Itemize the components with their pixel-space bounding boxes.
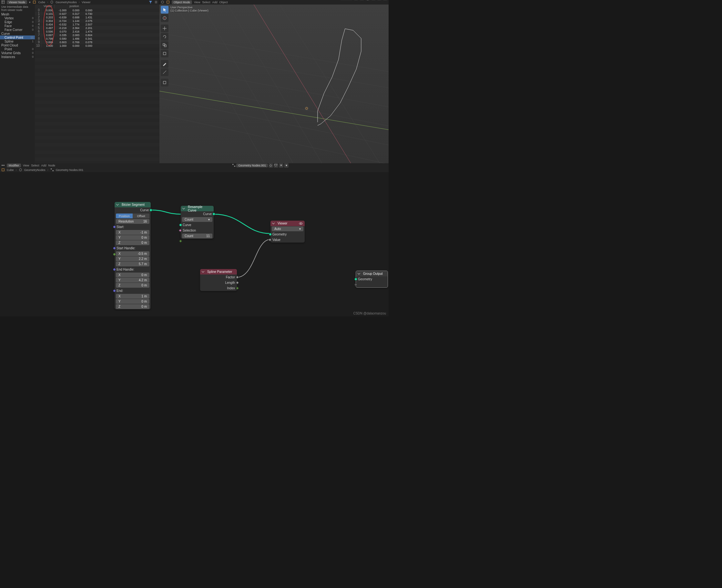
vp-menu-view[interactable]: View [194,1,200,4]
tool-measure-icon[interactable] [161,68,168,76]
tree-item[interactable]: Spline1 [0,39,35,43]
node-header: Modifier View Select Add Node Geometry N… [0,163,388,168]
shade-mat-icon[interactable]: ◐ [377,0,381,0]
col-position[interactable]: position [55,4,94,8]
shade-wire-icon[interactable]: ◯ [365,0,370,0]
svg-point-31 [233,164,234,165]
tree-item[interactable]: Control Point11 [0,36,35,39]
svg-line-15 [250,4,356,163]
tree-item[interactable]: Mesh [0,12,35,16]
eh-z[interactable]: Z0 m [116,283,149,288]
ne-menu-add[interactable]: Add [41,164,46,167]
options-icon[interactable] [154,0,158,4]
vp-menu-select[interactable]: Select [202,1,210,4]
object-icon [33,0,36,4]
end-y[interactable]: Y0 m [116,299,149,304]
start-x[interactable]: X-1 m [116,230,149,235]
tool-transform-icon[interactable] [161,50,168,58]
svg-line-8 [159,46,388,91]
nodegroup-name[interactable]: Geometry Nodes.001 [236,164,268,167]
sh-x[interactable]: X-0.5 m [116,251,149,256]
tool-rotate-icon[interactable] [161,33,168,41]
editor-modifier[interactable]: Modifier [7,164,21,167]
tree-item[interactable]: Volume Grids0 [0,51,35,55]
tool-move-icon[interactable] [161,24,168,32]
end-x[interactable]: X1 m [116,294,149,299]
svg-line-16 [276,4,385,163]
eye-icon [299,222,303,226]
ne-menu-view[interactable]: View [23,164,29,167]
count-field[interactable]: Count11 [182,233,213,238]
editor-type[interactable]: Viewer Node [7,0,27,4]
tree-item[interactable]: Face Corner0 [0,28,35,31]
vp-menu-add[interactable]: Add [212,1,217,4]
tree-item[interactable]: Point0 [0,47,35,51]
node-bezier-segment[interactable]: Bézier Segment Curve Position Offset Res… [115,202,151,309]
viewport-3d[interactable]: User Perspective (1) Collection | Cube (… [159,4,388,163]
svg-line-14 [224,4,327,163]
vp-menu-object[interactable]: Object [219,1,227,4]
tree-item[interactable]: Edge0 [0,20,35,24]
start-y[interactable]: Y0 m [116,235,149,240]
svg-line-19 [250,4,356,163]
bc-node[interactable]: Viewer [82,1,91,4]
tool-scale-icon[interactable] [161,41,168,49]
bc-object[interactable]: Cube [38,1,45,4]
end-z[interactable]: Z0 m [116,304,149,309]
chevron-down-icon[interactable]: ▾ [284,163,288,168]
resolution-field[interactable]: Resolution16 [116,219,149,224]
eh-x[interactable]: X0 m [116,273,149,277]
eh-y[interactable]: Y4.2 m [116,278,149,282]
tool-cursor-icon[interactable] [161,14,168,22]
tool-annotate-icon[interactable] [161,60,168,68]
tree-item[interactable]: Vertex0 [0,16,35,20]
viewer-domain[interactable]: Auto▾ [272,226,303,231]
svg-point-29 [3,165,4,166]
node-viewer[interactable]: Viewer Auto▾ Geometry Value [270,220,305,243]
sh-y[interactable]: Y2.2 m [116,256,149,261]
bc-modifier[interactable]: GeometryNodes [56,1,77,4]
filter-icon[interactable] [149,0,152,4]
snap-icon[interactable]: ◑ [354,0,358,0]
nodetree-icon [51,168,54,172]
ne-menu-select[interactable]: Select [31,164,39,167]
orientation[interactable]: Global [340,0,353,0]
svg-line-10 [159,79,388,130]
pin-icon[interactable]: ▾ [29,1,31,4]
close-icon[interactable]: ✕ [279,163,283,168]
bc-grp[interactable]: Geometry Nodes.001 [56,168,84,172]
svg-rect-26 [163,52,166,55]
bc-obj[interactable]: Cube [7,168,14,172]
ne-menu-node[interactable]: Node [48,164,55,167]
resample-mode[interactable]: Count▾ [182,217,213,222]
modifier-icon [50,0,54,4]
tool-select-icon[interactable] [161,6,168,14]
shade-solid-icon[interactable]: ● [371,0,376,0]
svg-line-7 [159,30,388,76]
fake-user-icon[interactable]: 🛡 [274,163,278,168]
node-resample-curve[interactable]: Resample Curve Curve Count▾ Curve Select… [181,206,214,239]
tree-item[interactable]: Instances0 [0,55,35,59]
sh-z[interactable]: Z5.7 m [116,261,149,267]
node-links [0,172,388,316]
pin-icon[interactable]: ◇ [268,163,273,168]
proportional-icon[interactable]: ○ [360,0,364,0]
tree-item[interactable]: Face0 [0,24,35,28]
object-icon [1,168,5,172]
bc-mod[interactable]: GeometryNodes [24,168,45,172]
node-spline-parameter[interactable]: Spline Parameter Factor Length Index [200,269,237,291]
node-group-output[interactable]: Group Output Geometry [356,271,388,288]
mode-select[interactable]: Object Mode [172,0,192,4]
viewport-canvas [159,4,388,163]
col-viewer[interactable]: Viewer [41,4,54,8]
tree-item[interactable]: Point Cloud [0,43,35,47]
svg-line-9 [159,63,388,111]
viewer-note: Use intermediate data from viewer node [0,4,35,12]
chevron-down-icon[interactable]: ▾ [383,0,387,0]
nodetree-icon [232,164,236,167]
tool-addcube-icon[interactable] [161,79,168,86]
start-z[interactable]: Z0 m [116,240,149,245]
bezier-mode-tabs[interactable]: Position Offset [116,213,149,218]
tree-item[interactable]: Curve [0,31,35,36]
svg-rect-3 [33,1,36,3]
